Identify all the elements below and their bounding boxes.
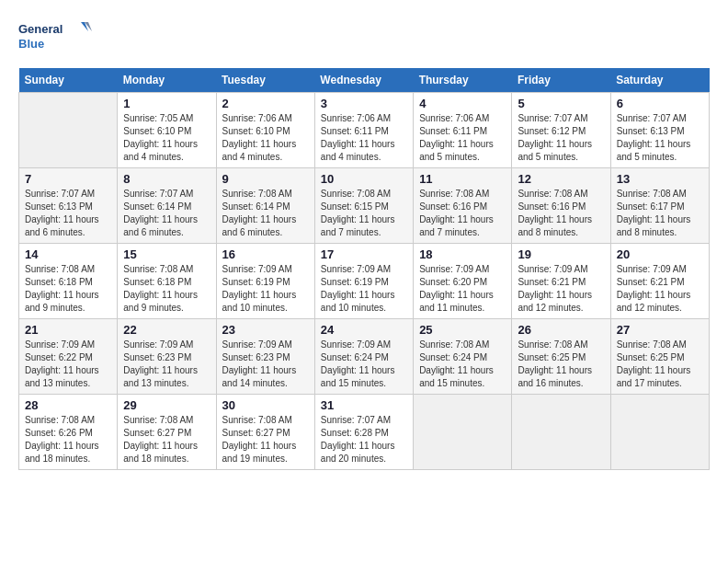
day-info: Sunrise: 7:09 AMSunset: 6:20 PMDaylight:…: [419, 263, 506, 315]
calendar-cell: 21Sunrise: 7:09 AMSunset: 6:22 PMDayligh…: [19, 319, 118, 395]
calendar-header-row: SundayMondayTuesdayWednesdayThursdayFrid…: [19, 68, 710, 93]
day-number: 10: [321, 172, 407, 186]
calendar-cell: 22Sunrise: 7:09 AMSunset: 6:23 PMDayligh…: [118, 319, 216, 395]
day-number: 8: [123, 172, 210, 186]
day-number: 31: [321, 398, 407, 412]
header-day-wednesday: Wednesday: [314, 68, 413, 93]
day-info: Sunrise: 7:09 AMSunset: 6:24 PMDaylight:…: [321, 339, 407, 390]
day-number: 19: [518, 247, 604, 261]
calendar-cell: 31Sunrise: 7:07 AMSunset: 6:28 PMDayligh…: [314, 395, 413, 470]
header-day-sunday: Sunday: [19, 68, 118, 93]
day-number: 12: [518, 172, 604, 186]
day-info: Sunrise: 7:08 AMSunset: 6:27 PMDaylight:…: [123, 414, 210, 465]
calendar-cell: 2Sunrise: 7:06 AMSunset: 6:10 PMDaylight…: [216, 93, 314, 168]
day-info: Sunrise: 7:09 AMSunset: 6:19 PMDaylight:…: [321, 263, 407, 315]
day-info: Sunrise: 7:09 AMSunset: 6:23 PMDaylight:…: [222, 339, 309, 390]
day-number: 20: [617, 247, 703, 261]
calendar-cell: 19Sunrise: 7:09 AMSunset: 6:21 PMDayligh…: [512, 244, 610, 319]
calendar-cell: 27Sunrise: 7:08 AMSunset: 6:25 PMDayligh…: [610, 319, 709, 395]
day-number: 7: [25, 172, 111, 186]
calendar-cell: 8Sunrise: 7:07 AMSunset: 6:14 PMDaylight…: [118, 168, 216, 244]
calendar-cell: 18Sunrise: 7:09 AMSunset: 6:20 PMDayligh…: [414, 244, 512, 319]
day-number: 5: [518, 97, 604, 110]
header-day-saturday: Saturday: [610, 68, 709, 93]
svg-text:General: General: [18, 22, 63, 36]
calendar-week-3: 14Sunrise: 7:08 AMSunset: 6:18 PMDayligh…: [19, 244, 710, 319]
day-info: Sunrise: 7:08 AMSunset: 6:24 PMDaylight:…: [419, 339, 506, 390]
calendar-week-5: 28Sunrise: 7:08 AMSunset: 6:26 PMDayligh…: [19, 395, 710, 470]
day-number: 6: [617, 97, 703, 110]
day-number: 2: [222, 97, 309, 110]
calendar-body: 1Sunrise: 7:05 AMSunset: 6:10 PMDaylight…: [19, 93, 710, 470]
day-info: Sunrise: 7:08 AMSunset: 6:17 PMDaylight:…: [617, 188, 703, 239]
header-day-tuesday: Tuesday: [216, 68, 314, 93]
day-info: Sunrise: 7:09 AMSunset: 6:21 PMDaylight:…: [518, 263, 604, 315]
day-number: 25: [419, 323, 506, 337]
calendar-cell: 17Sunrise: 7:09 AMSunset: 6:19 PMDayligh…: [314, 244, 413, 319]
day-number: 15: [123, 247, 210, 261]
day-number: 11: [419, 172, 506, 186]
calendar-cell: 10Sunrise: 7:08 AMSunset: 6:15 PMDayligh…: [314, 168, 413, 244]
day-number: 4: [419, 97, 506, 110]
calendar-cell: 1Sunrise: 7:05 AMSunset: 6:10 PMDaylight…: [118, 93, 216, 168]
header-day-friday: Friday: [512, 68, 610, 93]
day-info: Sunrise: 7:09 AMSunset: 6:19 PMDaylight:…: [222, 263, 309, 315]
logo: General Blue: [18, 18, 92, 59]
calendar-week-4: 21Sunrise: 7:09 AMSunset: 6:22 PMDayligh…: [19, 319, 710, 395]
calendar-cell: 20Sunrise: 7:09 AMSunset: 6:21 PMDayligh…: [610, 244, 709, 319]
day-info: Sunrise: 7:08 AMSunset: 6:18 PMDaylight:…: [25, 263, 111, 315]
calendar-cell: 25Sunrise: 7:08 AMSunset: 6:24 PMDayligh…: [414, 319, 512, 395]
logo-svg: General Blue: [18, 18, 92, 59]
calendar-cell: 7Sunrise: 7:07 AMSunset: 6:13 PMDaylight…: [19, 168, 118, 244]
calendar-cell: 9Sunrise: 7:08 AMSunset: 6:14 PMDaylight…: [216, 168, 314, 244]
calendar-cell: 13Sunrise: 7:08 AMSunset: 6:17 PMDayligh…: [610, 168, 709, 244]
calendar-cell: [414, 395, 512, 470]
calendar-cell: 14Sunrise: 7:08 AMSunset: 6:18 PMDayligh…: [19, 244, 118, 319]
day-info: Sunrise: 7:06 AMSunset: 6:11 PMDaylight:…: [419, 112, 506, 164]
day-info: Sunrise: 7:08 AMSunset: 6:18 PMDaylight:…: [123, 263, 210, 315]
day-info: Sunrise: 7:07 AMSunset: 6:28 PMDaylight:…: [321, 414, 407, 465]
day-number: 17: [321, 247, 407, 261]
day-info: Sunrise: 7:07 AMSunset: 6:14 PMDaylight:…: [123, 188, 210, 239]
calendar-week-2: 7Sunrise: 7:07 AMSunset: 6:13 PMDaylight…: [19, 168, 710, 244]
calendar-cell: 26Sunrise: 7:08 AMSunset: 6:25 PMDayligh…: [512, 319, 610, 395]
calendar-cell: 29Sunrise: 7:08 AMSunset: 6:27 PMDayligh…: [118, 395, 216, 470]
day-number: 3: [321, 97, 407, 110]
day-number: 30: [222, 398, 309, 412]
header-day-monday: Monday: [118, 68, 216, 93]
calendar-cell: 4Sunrise: 7:06 AMSunset: 6:11 PMDaylight…: [414, 93, 512, 168]
calendar-table: SundayMondayTuesdayWednesdayThursdayFrid…: [18, 68, 710, 470]
day-info: Sunrise: 7:06 AMSunset: 6:11 PMDaylight:…: [321, 112, 407, 164]
day-info: Sunrise: 7:07 AMSunset: 6:13 PMDaylight:…: [25, 188, 111, 239]
calendar-cell: 3Sunrise: 7:06 AMSunset: 6:11 PMDaylight…: [314, 93, 413, 168]
day-info: Sunrise: 7:08 AMSunset: 6:26 PMDaylight:…: [25, 414, 111, 465]
day-info: Sunrise: 7:09 AMSunset: 6:22 PMDaylight:…: [25, 339, 111, 390]
calendar-cell: [610, 395, 709, 470]
day-info: Sunrise: 7:08 AMSunset: 6:16 PMDaylight:…: [518, 188, 604, 239]
header-day-thursday: Thursday: [414, 68, 512, 93]
day-number: 9: [222, 172, 309, 186]
day-number: 23: [222, 323, 309, 337]
calendar-cell: 12Sunrise: 7:08 AMSunset: 6:16 PMDayligh…: [512, 168, 610, 244]
calendar-cell: [512, 395, 610, 470]
calendar-cell: 30Sunrise: 7:08 AMSunset: 6:27 PMDayligh…: [216, 395, 314, 470]
svg-text:Blue: Blue: [18, 37, 44, 51]
calendar-cell: 6Sunrise: 7:07 AMSunset: 6:13 PMDaylight…: [610, 93, 709, 168]
day-info: Sunrise: 7:07 AMSunset: 6:12 PMDaylight:…: [518, 112, 604, 164]
day-info: Sunrise: 7:08 AMSunset: 6:27 PMDaylight:…: [222, 414, 309, 465]
day-number: 16: [222, 247, 309, 261]
day-number: 21: [25, 323, 111, 337]
page-header: General Blue: [18, 18, 710, 59]
day-number: 14: [25, 247, 111, 261]
day-info: Sunrise: 7:08 AMSunset: 6:16 PMDaylight:…: [419, 188, 506, 239]
calendar-cell: 23Sunrise: 7:09 AMSunset: 6:23 PMDayligh…: [216, 319, 314, 395]
day-number: 29: [123, 398, 210, 412]
day-info: Sunrise: 7:06 AMSunset: 6:10 PMDaylight:…: [222, 112, 309, 164]
day-info: Sunrise: 7:08 AMSunset: 6:25 PMDaylight:…: [518, 339, 604, 390]
calendar-week-1: 1Sunrise: 7:05 AMSunset: 6:10 PMDaylight…: [19, 93, 710, 168]
calendar-cell: 28Sunrise: 7:08 AMSunset: 6:26 PMDayligh…: [19, 395, 118, 470]
day-number: 28: [25, 398, 111, 412]
day-number: 27: [617, 323, 703, 337]
calendar-cell: 11Sunrise: 7:08 AMSunset: 6:16 PMDayligh…: [414, 168, 512, 244]
day-number: 18: [419, 247, 506, 261]
